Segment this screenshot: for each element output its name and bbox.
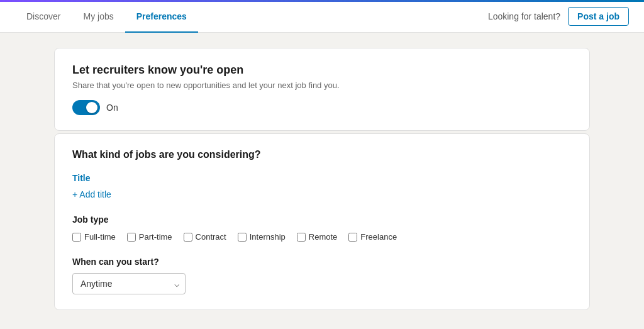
checkbox-part-time[interactable]: Part-time bbox=[127, 232, 172, 242]
checkbox-input-remote[interactable] bbox=[297, 233, 306, 242]
checkbox-input-contract[interactable] bbox=[184, 233, 192, 242]
toggle-thumb bbox=[86, 102, 97, 113]
checkbox-input-part-time[interactable] bbox=[127, 233, 136, 242]
toggle-on-label: On bbox=[106, 103, 118, 113]
title-section-label: Title bbox=[72, 173, 572, 183]
checkbox-freelance[interactable]: Freelance bbox=[348, 232, 397, 242]
checkbox-input-internship[interactable] bbox=[238, 233, 247, 242]
nav-tab-preferences[interactable]: Preferences bbox=[125, 0, 198, 33]
checkbox-label-contract: Contract bbox=[196, 232, 226, 242]
post-job-button[interactable]: Post a job bbox=[568, 7, 629, 26]
job-type-checkboxes: Full-time Part-time Contract Internship bbox=[72, 232, 572, 242]
checkbox-label-internship: Internship bbox=[250, 232, 286, 242]
job-preferences-card: What kind of jobs are you considering? T… bbox=[54, 133, 590, 310]
checkbox-label-part-time: Part-time bbox=[139, 232, 172, 242]
nav-tab-discover[interactable]: Discover bbox=[15, 0, 72, 33]
when-start-section: When can you start? Anytime In 1-3 month… bbox=[72, 257, 572, 294]
checkbox-remote[interactable]: Remote bbox=[297, 232, 338, 242]
checkbox-label-remote: Remote bbox=[309, 232, 338, 242]
job-type-section: Job type Full-time Part-time Contract In… bbox=[72, 215, 572, 242]
toggle-track bbox=[72, 100, 100, 115]
navbar: Discover My jobs Preferences Looking for… bbox=[0, 0, 644, 33]
open-toggle[interactable] bbox=[72, 100, 100, 115]
nav-tab-my-jobs[interactable]: My jobs bbox=[72, 0, 125, 33]
when-start-label: When can you start? bbox=[72, 257, 572, 267]
toggle-row: On bbox=[72, 100, 572, 115]
job-type-label: Job type bbox=[72, 215, 572, 225]
recruiter-open-card: Let recruiters know you're open Share th… bbox=[54, 48, 590, 131]
card1-subtitle: Share that you're open to new opportunit… bbox=[72, 81, 572, 90]
checkbox-label-freelance: Freelance bbox=[360, 232, 397, 242]
checkbox-contract[interactable]: Contract bbox=[184, 232, 226, 242]
checkbox-full-time[interactable]: Full-time bbox=[72, 232, 116, 242]
main-content: Let recruiters know you're open Share th… bbox=[39, 33, 605, 325]
start-select[interactable]: Anytime In 1-3 months In 3-6 months In 6… bbox=[72, 273, 186, 294]
jobs-question: What kind of jobs are you considering? bbox=[72, 149, 572, 160]
checkbox-input-full-time[interactable] bbox=[72, 233, 81, 242]
checkbox-internship[interactable]: Internship bbox=[238, 232, 286, 242]
checkbox-input-freelance[interactable] bbox=[348, 233, 357, 242]
nav-tabs: Discover My jobs Preferences bbox=[15, 0, 488, 33]
nav-right: Looking for talent? Post a job bbox=[488, 7, 629, 26]
checkbox-label-full-time: Full-time bbox=[84, 232, 116, 242]
talent-text: Looking for talent? bbox=[488, 11, 560, 21]
add-title-link[interactable]: + Add title bbox=[72, 189, 111, 199]
card1-title: Let recruiters know you're open bbox=[72, 64, 572, 77]
start-select-wrapper: Anytime In 1-3 months In 3-6 months In 6… bbox=[72, 273, 186, 294]
